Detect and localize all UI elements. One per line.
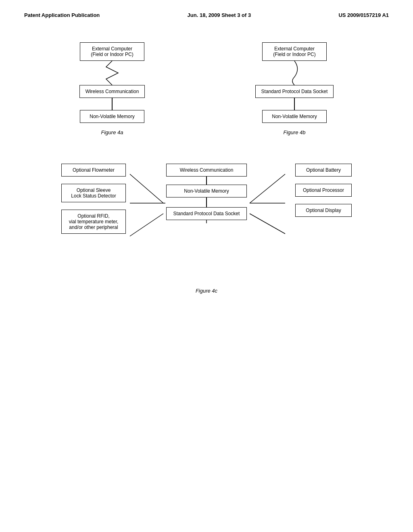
zigzag-icon [104,61,120,85]
fig4a-label: Figure 4a [101,129,123,135]
figure-4a-wrapper: External Computer(Field or Indoor PC) Wi… [79,42,145,135]
fig4b-curve [286,61,302,85]
fig4a-box2: Wireless Communication [79,85,145,98]
fig4b-box3: Non-Volatile Memory [262,110,327,123]
curve-icon [286,61,302,85]
fig4a-zigzag [104,61,120,85]
fig4c-vline2 [206,197,207,207]
figure-4b-wrapper: External Computer(Field or Indoor PC) St… [255,42,334,135]
fig4a-box1: External Computer(Field or Indoor PC) [80,42,144,61]
header-right: US 2009/0157219 A1 [338,12,389,18]
fig4b-box2: Standard Protocol Data Socket [255,85,334,98]
header-left: Patent Application Publication [24,12,100,18]
fig4c-processor: Optional Processor [295,184,352,197]
fig4b-label: Figure 4b [284,129,306,135]
svg-line-4 [130,214,163,236]
fig4a-box3: Non-Volatile Memory [80,110,144,123]
fig4b-box1: External Computer(Field or Indoor PC) [262,42,327,61]
fig4c-sleeve-lock: Optional SleeveLock Status Detector [61,184,126,202]
figure-4a: External Computer(Field or Indoor PC) Wi… [79,42,145,123]
figure-4c-diagram: Wireless Communication Non-Volatile Memo… [61,164,352,281]
top-diagrams: External Computer(Field or Indoor PC) Wi… [24,42,389,135]
fig4c-standard-protocol: Standard Protocol Data Socket [166,207,247,220]
header: Patent Application Publication Jun. 18, … [24,12,389,18]
figure-4c-section: Wireless Communication Non-Volatile Memo… [24,164,389,294]
fig4a-vline1 [112,98,113,110]
fig4c-display: Optional Display [295,204,352,217]
fig4c-vline1 [206,177,207,185]
svg-line-7 [250,214,285,234]
fig4c-nonvolatile: Non-Volatile Memory [166,185,247,197]
fig4c-flowmeter: Optional Flowmeter [61,164,126,177]
fig4b-vline1 [294,98,295,110]
figure-4b: External Computer(Field or Indoor PC) St… [255,42,334,123]
left-column: Optional Flowmeter Optional SleeveLock S… [61,164,126,234]
header-center: Jun. 18, 2009 Sheet 3 of 3 [188,12,251,18]
fig4c-battery: Optional Battery [295,164,352,177]
svg-line-5 [250,174,285,203]
page: Patent Application Publication Jun. 18, … [0,0,413,532]
svg-line-2 [130,174,163,203]
center-column: Wireless Communication Non-Volatile Memo… [166,164,247,220]
right-column: Optional Battery Optional Processor Opti… [295,164,352,217]
fig4c-rfid: Optional RFID,vial temperature meter,and… [61,210,126,234]
fig4c-wireless-comm: Wireless Communication [166,164,247,177]
fig4c-label: Figure 4c [196,288,217,294]
